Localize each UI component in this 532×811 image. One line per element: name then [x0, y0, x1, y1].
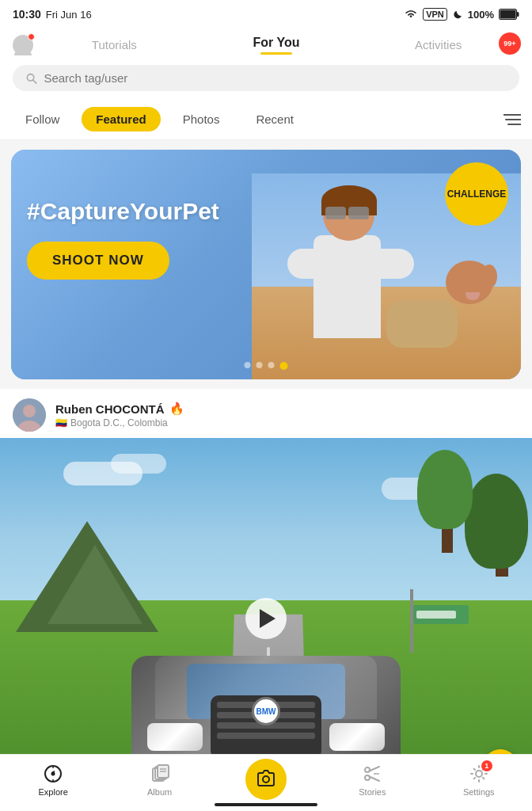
road-sign [410, 589, 469, 653]
nav-explore[interactable]: Explore [29, 763, 77, 797]
shoot-now-button[interactable]: SHOOT NOW [27, 242, 169, 280]
filter-featured[interactable]: Featured [82, 107, 160, 131]
challenge-badge: CHALLENGE [445, 162, 508, 226]
dot-3[interactable] [268, 362, 275, 368]
nav-album[interactable]: Album [136, 763, 184, 797]
svg-point-3 [18, 38, 28, 48]
home-indicator [215, 803, 317, 806]
battery-icon [499, 9, 519, 20]
settings-label: Settings [463, 787, 495, 797]
post-user-name: Ruben CHOCONTÁ [55, 402, 165, 416]
post-header: Ruben CHOCONTÁ 🔥 🇨🇴 Bogota D.C., Colombi… [0, 389, 532, 438]
sort-icon[interactable] [504, 112, 521, 127]
svg-point-30 [476, 771, 482, 777]
nav-for-you[interactable]: For You [196, 36, 358, 55]
photo-post: BMW + [0, 438, 532, 798]
banner-text: #CaptureYourPet SHOOT NOW [27, 197, 219, 280]
status-time: 10:30 [13, 8, 41, 21]
svg-point-4 [14, 48, 32, 55]
nav-camera[interactable] [242, 759, 290, 801]
filter-recent[interactable]: Recent [241, 107, 308, 131]
stories-label: Stories [359, 787, 386, 797]
nav-stories[interactable]: Stories [348, 763, 396, 797]
flag-icon: 🇨🇴 [55, 417, 67, 428]
camera-icon [255, 768, 277, 790]
banner-card: CHALLENGE #CaptureYourPet SHOOT NOW [11, 150, 521, 379]
dot-1[interactable] [245, 362, 251, 368]
play-button[interactable] [245, 598, 287, 639]
banner-dots [245, 362, 288, 370]
filter-tabs: Follow Featured Photos Recent [0, 99, 532, 140]
vpn-label: VPN [423, 8, 447, 21]
explore-label: Explore [39, 787, 68, 797]
status-date: Fri Jun 16 [46, 9, 92, 21]
svg-rect-2 [517, 12, 519, 17]
search-input[interactable] [44, 71, 507, 85]
nav-activities[interactable]: Activities [357, 38, 519, 52]
status-bar: 10:30 Fri Jun 16 VPN 100% [0, 0, 532, 29]
status-icons: VPN 100% [404, 8, 519, 21]
filter-photos[interactable]: Photos [169, 107, 234, 131]
camera-center-button[interactable] [245, 759, 287, 800]
dot-4[interactable] [280, 362, 288, 370]
svg-point-24 [264, 777, 268, 782]
svg-line-27 [370, 767, 380, 771]
user-avatar-nav[interactable] [13, 35, 33, 55]
moon-icon [452, 9, 463, 20]
album-icon [150, 764, 169, 783]
notification-bell[interactable]: 99+ [499, 32, 521, 55]
post-location: Bogota D.C., Colombia [70, 417, 168, 428]
battery-level: 100% [468, 9, 494, 21]
scissors-icon [363, 764, 382, 783]
play-triangle-icon [260, 609, 276, 628]
settings-notification-dot: 1 [481, 760, 492, 771]
svg-point-11 [23, 405, 36, 417]
fire-emoji-icon: 🔥 [169, 402, 184, 416]
top-nav: Tutorials For You Activities 99+ [0, 29, 532, 59]
album-label: Album [147, 787, 172, 797]
nav-tutorials[interactable]: Tutorials [33, 38, 196, 52]
post-user-info: Ruben CHOCONTÁ 🔥 🇨🇴 Bogota D.C., Colombi… [55, 402, 184, 428]
nav-settings[interactable]: 1 Settings [455, 763, 503, 797]
notification-count: 99+ [504, 40, 515, 48]
search-bar [0, 59, 532, 99]
dot-2[interactable] [256, 362, 263, 368]
svg-line-6 [33, 79, 36, 82]
svg-marker-17 [51, 771, 55, 775]
svg-line-28 [370, 777, 380, 782]
svg-rect-1 [500, 10, 516, 19]
explore-icon [44, 764, 63, 783]
post-user-avatar[interactable] [13, 398, 46, 432]
search-icon [25, 72, 37, 85]
banner-hashtag: #CaptureYourPet [27, 197, 219, 226]
wifi-icon [404, 9, 418, 20]
filter-follow[interactable]: Follow [11, 107, 74, 131]
